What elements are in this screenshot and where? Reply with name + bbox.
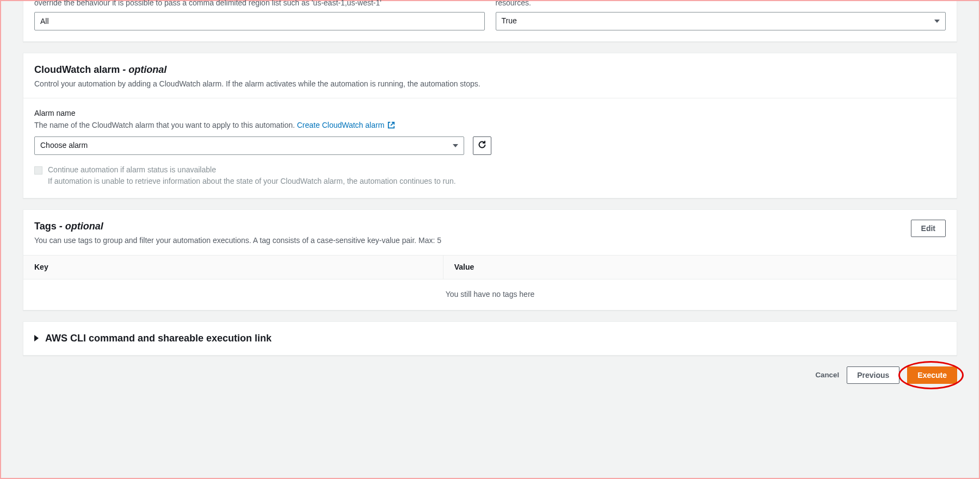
refresh-alarms-button[interactable] (473, 136, 491, 155)
cli-expander-title: AWS CLI command and shareable execution … (45, 332, 272, 345)
refresh-icon (478, 140, 486, 151)
create-cloudwatch-alarm-link[interactable]: Create CloudWatch alarm (297, 121, 395, 129)
continue-checkbox-label: Continue automation if alarm status is u… (48, 165, 456, 176)
cloudwatch-title-text: CloudWatch alarm (34, 64, 120, 75)
external-link-icon (387, 121, 395, 132)
cloudwatch-alarm-panel: CloudWatch alarm - optional Control your… (23, 53, 957, 198)
tags-empty-state: You still have no tags here (23, 279, 957, 310)
tags-panel: Tags - optional You can use tags to grou… (23, 209, 957, 310)
region-helper-text: override the behaviour it is possible to… (34, 0, 485, 9)
resources-helper-text: resources. (496, 0, 946, 9)
tags-optional-text: - optional (57, 221, 103, 232)
continue-checkbox-help: If automation is unable to retrieve info… (48, 176, 456, 187)
tags-title-text: Tags (34, 221, 57, 232)
cloudwatch-optional-text: - optional (120, 64, 167, 75)
cloudwatch-panel-title: CloudWatch alarm - optional (34, 63, 946, 77)
cancel-button[interactable]: Cancel (815, 371, 839, 379)
tags-col-key: Key (23, 256, 443, 279)
alarm-name-help: The name of the CloudWatch alarm that yo… (34, 120, 946, 132)
tags-table-header: Key Value (23, 255, 957, 279)
chevron-down-icon (453, 144, 458, 147)
alarm-select[interactable]: Choose alarm (34, 136, 464, 155)
chevron-down-icon (934, 20, 940, 23)
cli-command-expander[interactable]: AWS CLI command and shareable execution … (23, 321, 957, 356)
cloudwatch-panel-desc: Control your automation by adding a Clou… (34, 79, 946, 90)
tags-panel-desc: You can use tags to group and filter you… (34, 235, 441, 246)
caret-right-icon (34, 335, 39, 341)
previous-button[interactable]: Previous (847, 366, 899, 384)
tags-col-value: Value (443, 256, 957, 279)
alarm-name-label: Alarm name (34, 108, 946, 119)
execute-button[interactable]: Execute (907, 366, 957, 384)
resources-select-value: True (502, 16, 517, 27)
alarm-select-placeholder: Choose alarm (40, 140, 88, 151)
resources-select[interactable]: True (496, 12, 946, 30)
region-list-input[interactable] (34, 12, 485, 30)
continue-if-unavailable-checkbox[interactable] (34, 166, 42, 175)
input-parameters-panel-partial: override the behaviour it is possible to… (23, 1, 957, 42)
wizard-footer: Cancel Previous Execute (23, 366, 957, 384)
edit-tags-button[interactable]: Edit (911, 220, 946, 237)
tags-panel-title: Tags - optional (34, 220, 441, 233)
